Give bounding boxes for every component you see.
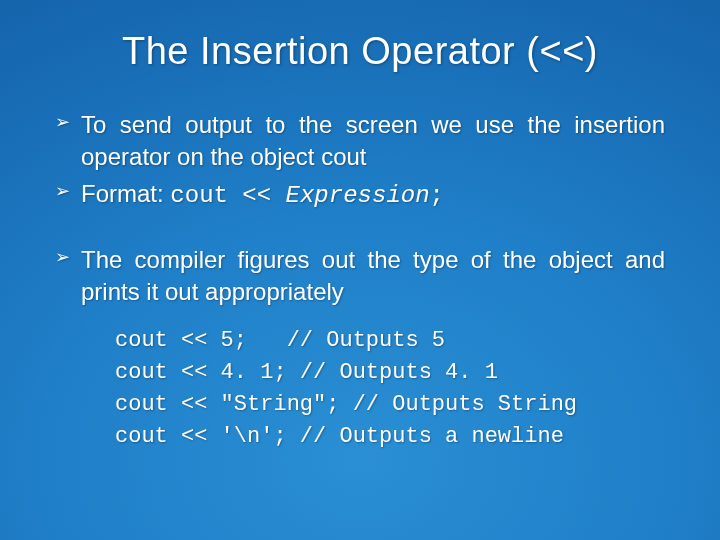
- bullet-text: To send output to the screen we use the …: [81, 111, 665, 170]
- bullet-code: cout <<: [170, 182, 285, 209]
- code-line: cout << 4. 1; // Outputs 4. 1: [115, 360, 498, 385]
- bullet-item: The compiler figures out the type of the…: [55, 244, 665, 307]
- bullet-text: The compiler figures out the type of the…: [81, 246, 665, 305]
- bullet-code-semi: ;: [430, 182, 444, 209]
- code-line: cout << 5; // Outputs 5: [115, 328, 445, 353]
- bullet-list-2: The compiler figures out the type of the…: [55, 244, 665, 307]
- bullet-text-prefix: Format:: [81, 180, 170, 207]
- code-line: cout << "String"; // Outputs String: [115, 392, 577, 417]
- bullet-list-1: To send output to the screen we use the …: [55, 109, 665, 212]
- slide: The Insertion Operator (<<) To send outp…: [0, 0, 720, 540]
- bullet-item: Format: cout << Expression;: [55, 178, 665, 212]
- slide-title: The Insertion Operator (<<): [55, 30, 665, 73]
- code-block: cout << 5; // Outputs 5 cout << 4. 1; //…: [115, 325, 665, 453]
- code-line: cout << '\n'; // Outputs a newline: [115, 424, 564, 449]
- bullet-item: To send output to the screen we use the …: [55, 109, 665, 172]
- bullet-code-expression: Expression: [286, 182, 430, 209]
- spacer: [55, 230, 665, 244]
